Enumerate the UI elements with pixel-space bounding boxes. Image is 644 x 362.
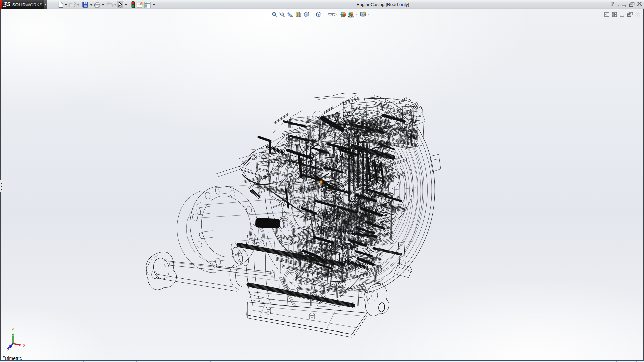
svg-text:X: X xyxy=(23,343,26,347)
svg-text:?: ? xyxy=(611,1,614,7)
svg-text:Y: Y xyxy=(12,328,14,332)
svg-text:Z: Z xyxy=(7,348,9,352)
